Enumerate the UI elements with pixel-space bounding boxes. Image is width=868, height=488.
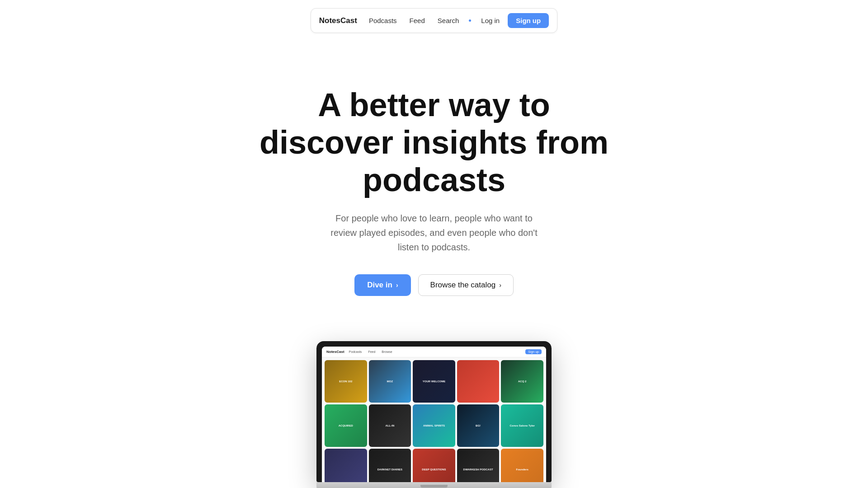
laptop-mini-nav: NotesCast Podcasts Feed Browse Sign up [322, 347, 546, 357]
hero-subtitle: For people who love to learn, people who… [326, 211, 542, 254]
laptop-mini-brand: NotesCast [326, 350, 344, 354]
laptop-mini-feed: Feed [366, 349, 377, 354]
podcast-card-dwarkesh[interactable]: DWARKESH PODCAST [457, 449, 500, 483]
podcast-card-convo[interactable]: Convo Salons Tyler [501, 404, 543, 447]
hero-section: A better way to discover insights from p… [0, 41, 868, 323]
laptop-mini-podcasts: Podcasts [347, 349, 364, 354]
podcast-card-econ102[interactable]: ECON 102 [325, 360, 367, 403]
podcast-card-acq2[interactable]: ACQ 2 [501, 360, 543, 403]
chevron-right-icon: › [396, 282, 398, 289]
podcast-card-deepquestions[interactable]: DEEP QUESTIONS [413, 449, 455, 483]
nav-link-podcasts[interactable]: Podcasts [364, 15, 401, 26]
nav-brand: NotesCast [319, 16, 357, 25]
podcast-card-moz[interactable]: MOZ [369, 360, 411, 403]
browse-catalog-label: Browse the catalog [430, 281, 496, 290]
podcast-card-acquired[interactable]: ACQUIRED [325, 404, 367, 447]
nav-signup-button[interactable]: Sign up [508, 13, 549, 28]
laptop-section: NotesCast Podcasts Feed Browse Sign up E… [0, 323, 868, 488]
navbar: NotesCast Podcasts Feed Search Log in Si… [311, 8, 557, 33]
chevron-right-icon-2: › [499, 282, 501, 289]
podcast-card-face[interactable] [457, 360, 500, 403]
laptop-mockup: NotesCast Podcasts Feed Browse Sign up E… [316, 341, 552, 488]
podcast-card-yourwelcome[interactable]: YOUR WELCOME [413, 360, 455, 403]
podcast-card-bg[interactable]: BG! [457, 404, 500, 447]
nav-login-link[interactable]: Log in [476, 15, 504, 26]
navbar-wrapper: NotesCast Podcasts Feed Search Log in Si… [0, 0, 868, 41]
laptop-screen-inner: NotesCast Podcasts Feed Browse Sign up E… [322, 347, 546, 482]
podcast-card-founders[interactable]: Founders [501, 449, 543, 483]
hero-title: A better way to discover insights from p… [249, 86, 619, 198]
nav-link-feed[interactable]: Feed [405, 15, 429, 26]
laptop-mini-signup: Sign up [525, 349, 542, 354]
hero-buttons: Dive in › Browse the catalog › [354, 274, 514, 296]
dive-in-button[interactable]: Dive in › [354, 274, 410, 296]
podcast-card-darknet[interactable]: DARKNET DIARIES [369, 449, 411, 483]
dive-in-label: Dive in [367, 281, 392, 290]
nav-dot-divider [469, 19, 471, 22]
laptop-base [316, 482, 552, 488]
podcast-grid: ECON 102 MOZ YOUR WELCOME ACQ 2 ACQUIRED… [322, 357, 546, 482]
laptop-screen-outer: NotesCast Podcasts Feed Browse Sign up E… [316, 341, 552, 482]
browse-catalog-button[interactable]: Browse the catalog › [418, 274, 514, 296]
podcast-card-animalspirits[interactable]: ANIMAL SPIRITS [413, 404, 455, 447]
laptop-notch [420, 485, 448, 488]
laptop-mini-browse: Browse [380, 349, 394, 354]
nav-link-search[interactable]: Search [433, 15, 464, 26]
podcast-card-allin[interactable]: ALL-IN [369, 404, 411, 447]
podcast-card-dark2[interactable] [325, 449, 367, 483]
